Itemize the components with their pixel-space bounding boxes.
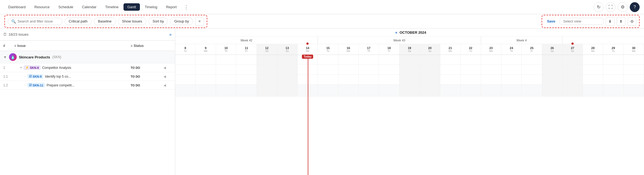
left-panel: 🗒 18/23 issues » # ≡ Issue ≡ Status ▼ 🧴 … <box>0 29 175 175</box>
upload-button[interactable]: ⬆ <box>617 17 625 26</box>
gantt-header: « OCTOBER 2024 Week 42Week 43Week 4 8Tu9… <box>175 29 644 55</box>
more-menu-icon[interactable]: ⋮ <box>182 3 191 11</box>
gantt-cell <box>216 65 236 74</box>
sliders-icon: ⚙ <box>630 19 634 24</box>
gantt-cell <box>501 84 522 96</box>
gantt-cell <box>522 84 542 96</box>
gantt-day-cell: 19Sa <box>399 44 420 55</box>
day-label: We <box>204 50 207 52</box>
day-label: Fr <box>245 50 248 52</box>
gantt-cell <box>399 75 420 84</box>
gantt-day-cell: 21Mo <box>440 44 461 55</box>
help-button[interactable]: ? <box>630 2 640 12</box>
day-label: Sa <box>265 50 268 52</box>
group-code: (SKN) <box>52 55 61 59</box>
row-expand-icon[interactable]: ▼ <box>20 66 22 69</box>
day-label: Su <box>286 50 289 52</box>
tab-report[interactable]: Report <box>162 3 180 11</box>
gantt-day-cell: 9We <box>196 44 216 55</box>
day-number: 18 <box>387 46 391 50</box>
tab-dashboard[interactable]: Dashboard <box>4 3 30 11</box>
gantt-week-label: Week 4 <box>481 36 563 44</box>
day-number: 23 <box>489 46 493 50</box>
gantt-cell <box>603 65 623 74</box>
expand-panel-button[interactable]: » <box>169 32 172 37</box>
critical-path-button[interactable]: Critical path <box>65 18 92 25</box>
gantt-cell <box>318 75 338 84</box>
issue-tag[interactable]: ☑ SKN-9 <box>27 74 43 79</box>
row-arrow: ◀ <box>163 66 172 70</box>
gantt-cell <box>196 65 216 74</box>
gantt-cell <box>481 65 501 74</box>
gantt-cell <box>379 84 399 96</box>
show-issues-button[interactable]: Show Issues <box>118 18 146 25</box>
row-issue-content: ○ ☑ SKN-11 Prepare competit... <box>24 83 131 88</box>
nav-actions: ↻ ⛶ ⚙ ? <box>594 2 640 12</box>
gantt-day-cell: 14MoToday <box>298 44 318 55</box>
gantt-cell <box>196 55 216 64</box>
gantt-cell <box>583 65 603 74</box>
day-label: Tu <box>612 50 615 52</box>
chevron-down-icon[interactable]: ▼ <box>3 55 7 59</box>
view-settings-button[interactable]: ⚙ <box>628 17 636 26</box>
main-area: 🗒 18/23 issues » # ≡ Issue ≡ Status ▼ 🧴 … <box>0 29 644 175</box>
day-number: 16 <box>347 46 350 50</box>
select-view-input[interactable] <box>560 18 603 25</box>
gantt-cell <box>481 55 501 64</box>
tab-timelog[interactable]: Timelog <box>141 3 161 11</box>
gantt-cell <box>399 65 420 74</box>
gantt-cell <box>318 55 338 64</box>
search-box[interactable]: 🔍 <box>8 18 62 25</box>
issue-tag[interactable]: ☑ SKN-11 <box>27 83 45 88</box>
gantt-day-cell: 11Fr <box>236 44 257 55</box>
download-button[interactable]: ⬇ <box>606 17 614 26</box>
gantt-cell <box>420 84 440 96</box>
gantt-day-cell: 8Tu <box>175 44 196 55</box>
search-icon: 🔍 <box>11 19 16 24</box>
tab-calendar[interactable]: Calendar <box>78 3 100 11</box>
issue-title: Competitor Analysis <box>42 66 71 70</box>
row-arrow: ◀ <box>163 83 172 87</box>
gantt-cell <box>583 84 603 96</box>
gantt-day-cell: 23We <box>481 44 501 55</box>
gantt-cell <box>624 55 644 64</box>
day-number: 21 <box>449 46 452 50</box>
gantt-cell <box>236 75 257 84</box>
gantt-panel: « OCTOBER 2024 Week 42Week 43Week 4 8Tu9… <box>175 29 644 175</box>
toolbar-left-group: 🔍 Critical path Baseline Show Issues Sor… <box>4 15 207 28</box>
sort-by-button[interactable]: Sort by <box>148 18 168 25</box>
filter-icon-button[interactable]: ≡ <box>195 17 204 26</box>
day-label: We <box>489 50 493 52</box>
day-number: 17 <box>367 46 370 50</box>
upload-icon: ⬆ <box>619 19 623 24</box>
gantt-cell <box>359 84 379 96</box>
row-status: TO DO <box>131 75 163 78</box>
gantt-cell <box>501 55 522 64</box>
day-number: 13 <box>286 46 289 50</box>
group-by-button[interactable]: Group by <box>170 18 193 25</box>
issue-tag[interactable]: ⚡ SKN-8 <box>24 65 41 70</box>
save-button[interactable]: Save <box>545 18 557 24</box>
tab-gantt[interactable]: Gantt <box>123 3 140 11</box>
download-icon: ⬇ <box>608 19 612 24</box>
search-input[interactable] <box>18 19 59 23</box>
issue-title: Identify top 5 co... <box>45 75 71 78</box>
tab-timeline[interactable]: Timeline <box>101 3 122 11</box>
gantt-cell <box>318 65 338 74</box>
gantt-cell <box>461 55 481 64</box>
refresh-button[interactable]: ↻ <box>594 2 603 12</box>
gantt-cell <box>257 65 277 74</box>
gantt-day-cell: 13Su <box>277 44 297 55</box>
row-status: TO DO <box>131 84 163 87</box>
row-status: TO DO <box>131 66 163 69</box>
baseline-button[interactable]: Baseline <box>94 18 116 25</box>
tab-resource[interactable]: Resource <box>31 3 54 11</box>
day-number: 25 <box>530 46 533 50</box>
tab-schedule[interactable]: Schedule <box>54 3 77 11</box>
day-number: 26 <box>550 46 554 50</box>
gantt-prev-button[interactable]: « <box>393 30 399 35</box>
gantt-grid-row <box>175 84 644 97</box>
gantt-cell <box>359 65 379 74</box>
fullscreen-button[interactable]: ⛶ <box>606 2 616 12</box>
settings-button[interactable]: ⚙ <box>618 2 628 12</box>
